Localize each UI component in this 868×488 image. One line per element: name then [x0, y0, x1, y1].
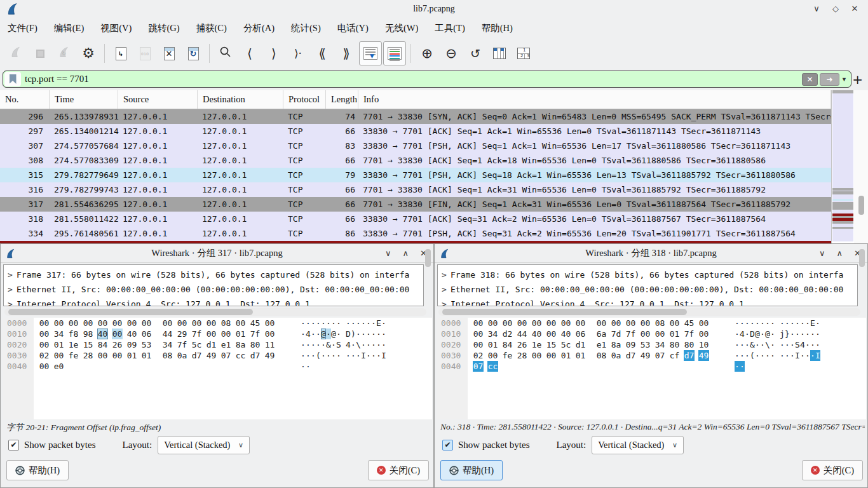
close-icon[interactable]: ✕ [850, 4, 859, 14]
maximize-icon[interactable]: ◇ [831, 4, 840, 14]
go-forward-button[interactable]: ⟩ [262, 41, 285, 65]
menu-item[interactable]: 统计(S) [291, 22, 321, 34]
show-packet-bytes-checkbox[interactable]: ✔ [442, 440, 453, 451]
close-button[interactable]: ✕ 关闭(C) [802, 460, 863, 480]
go-back-button[interactable]: ⟨ [238, 41, 261, 65]
go-to-packet-button[interactable]: ⟩· [287, 41, 309, 65]
hex-line: 002000011e1584260953347f5cd1e18a8011····… [3, 339, 432, 350]
menu-item[interactable]: 视图(V) [100, 22, 132, 34]
hex-ascii: ·4··@·@·D)······ [301, 329, 386, 339]
packet-row-318[interactable]: 318281.558011422127.0.0.1127.0.0.1TCP663… [0, 212, 831, 226]
packet-detail-tree[interactable]: >Frame 318: 66 bytes on wire (528 bits),… [437, 264, 858, 306]
expander-icon[interactable]: > [442, 282, 451, 297]
menu-item[interactable]: 文件(F) [8, 22, 37, 34]
menu-item[interactable]: 跳转(G) [148, 22, 179, 34]
open-file-button[interactable]: ↳ [109, 41, 132, 65]
close-button[interactable]: ✕ 关闭(C) [368, 460, 429, 480]
restart-capture-button[interactable]: ↻ [53, 41, 76, 65]
packet-row-307[interactable]: 307274.577057684127.0.0.1127.0.0.1TCP833… [0, 139, 831, 153]
hex-ascii: ·· [301, 361, 311, 372]
packet-row-334[interactable]: 334295.761480561127.0.0.1127.0.0.1TCP863… [0, 226, 831, 241]
filter-clear-button[interactable]: ✕ [802, 73, 818, 86]
zoom-in-button[interactable]: ⊕ [416, 41, 438, 65]
hex-dump[interactable]: 000000000000000000000000000008004500····… [3, 318, 432, 419]
tree-row[interactable]: >Internet Protocol Version 4, Src: 127.0… [438, 297, 857, 306]
colorize-button[interactable] [383, 41, 406, 65]
zoom-out-button[interactable]: ⊖ [440, 41, 463, 65]
maximize-icon[interactable]: ∧ [837, 248, 843, 259]
column-header-protocol[interactable]: Protocol [283, 90, 326, 109]
filter-dropdown-caret[interactable]: ▼ [841, 76, 847, 83]
expander-icon[interactable]: > [8, 282, 17, 297]
scrollbar-thumb[interactable] [8, 309, 253, 315]
column-header-info[interactable]: Info [358, 90, 831, 109]
packet-row-308[interactable]: 308274.577083309127.0.0.1127.0.0.1TCP667… [0, 153, 831, 168]
capture-options-button[interactable]: ⚙ [77, 41, 100, 65]
menu-item[interactable]: 捕获(C) [196, 22, 227, 34]
stop-capture-button[interactable] [29, 41, 51, 65]
packet-row-297[interactable]: 297265.134001214127.0.0.1127.0.0.1TCP663… [0, 124, 831, 139]
packet-row-317[interactable]: 317281.554636295127.0.0.1127.0.0.1TCP667… [0, 197, 831, 212]
tree-row[interactable]: >Internet Protocol Version 4, Src: 127.0… [4, 297, 423, 306]
menu-item[interactable]: 分析(A) [243, 22, 275, 34]
find-packet-button[interactable] [214, 41, 237, 65]
filter-apply-button[interactable]: ➜ [820, 73, 839, 86]
tree-scrollbar-thumb[interactable] [425, 249, 431, 267]
menu-item[interactable]: 编辑(E) [54, 22, 85, 34]
menu-item[interactable]: 电话(Y) [337, 22, 369, 34]
scrollbar-thumb[interactable] [442, 309, 687, 315]
help-button[interactable]: 帮助(H) [440, 460, 503, 480]
cell-no: 308 [0, 153, 50, 168]
minimize-icon[interactable]: ∨ [819, 248, 825, 259]
packet-minimap[interactable] [832, 93, 853, 241]
find-packet-icon [219, 46, 232, 61]
go-first-button[interactable]: ⟪ [311, 41, 334, 65]
column-header-source[interactable]: Source [118, 90, 198, 109]
zoom-reset-button[interactable]: ↺ [464, 41, 487, 65]
minimize-icon[interactable]: ∨ [385, 248, 391, 259]
column-header-no[interactable]: No. [0, 90, 50, 109]
layout-select[interactable]: Vertical (Stacked) ∨ [158, 436, 250, 454]
help-button[interactable]: 帮助(H) [6, 460, 69, 480]
minimize-icon[interactable]: ∨ [812, 4, 821, 14]
maximize-icon[interactable]: ∧ [403, 248, 409, 259]
layout-1-2-3-button[interactable]: 123 [512, 41, 535, 65]
go-last-button[interactable]: ⟫ [335, 41, 358, 65]
expander-icon[interactable]: > [442, 268, 451, 282]
tree-hscrollbar[interactable] [438, 308, 860, 316]
show-packet-bytes-checkbox[interactable]: ✔ [8, 440, 19, 451]
tree-row[interactable]: >Ethernet II, Src: 00:00:00_00:00:00 (00… [4, 282, 423, 297]
tree-row[interactable]: >Frame 317: 66 bytes on wire (528 bits),… [4, 268, 423, 282]
column-header-length[interactable]: Length [326, 90, 358, 109]
filter-bookmark-button[interactable] [4, 72, 21, 86]
display-filter-field[interactable]: ✕ ➜ ▼ [3, 71, 851, 88]
menu-item[interactable]: 工具(T) [435, 22, 465, 34]
packet-list-scrollbar[interactable] [854, 90, 868, 243]
scrollbar-thumb[interactable] [858, 196, 864, 215]
packet-row-315[interactable]: 315279.782779649127.0.0.1127.0.0.1TCP793… [0, 168, 831, 182]
resize-columns-button[interactable] [488, 41, 511, 65]
reload-file-button[interactable]: ↻ [182, 41, 205, 65]
packet-row-296[interactable]: 296265.133978931127.0.0.1127.0.0.1TCP747… [0, 109, 831, 124]
tree-row[interactable]: >Frame 318: 66 bytes on wire (528 bits),… [438, 268, 857, 282]
auto-scroll-button[interactable]: ▼ [359, 41, 382, 65]
packet-detail-tree[interactable]: >Frame 317: 66 bytes on wire (528 bits),… [3, 264, 424, 306]
close-file-button[interactable]: ✕ [158, 41, 180, 65]
tree-hscrollbar[interactable] [4, 308, 426, 316]
save-file-button[interactable]: 010 [133, 41, 156, 65]
expander-icon[interactable]: > [8, 297, 17, 306]
menu-item[interactable]: 帮助(H) [482, 22, 513, 34]
expander-icon[interactable]: > [442, 297, 451, 306]
start-capture-button[interactable] [4, 41, 27, 65]
tree-row[interactable]: >Ethernet II, Src: 00:00:00_00:00:00 (00… [438, 282, 857, 297]
hex-dump[interactable]: 000000000000000000000000000008004500····… [437, 318, 866, 419]
packet-row-316[interactable]: 316279.782799743127.0.0.1127.0.0.1TCP667… [0, 182, 831, 197]
filter-input[interactable] [21, 74, 802, 85]
tree-scrollbar-thumb[interactable] [859, 249, 865, 267]
filter-add-button[interactable]: + [852, 72, 863, 87]
column-header-destination[interactable]: Destination [198, 90, 283, 109]
layout-select[interactable]: Vertical (Stacked) ∨ [592, 436, 684, 454]
menu-item[interactable]: 无线(W) [385, 22, 418, 34]
expander-icon[interactable]: > [8, 268, 17, 282]
column-header-time[interactable]: Time [50, 90, 118, 109]
